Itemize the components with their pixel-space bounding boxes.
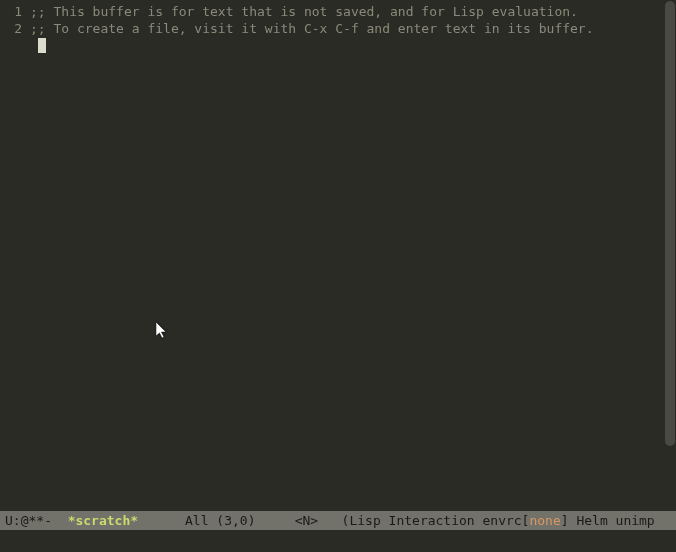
- modeline-vim-mode: <N>: [295, 513, 318, 528]
- line-number: 1: [0, 3, 30, 20]
- modeline-modes-suffix: ] Helm unimp: [561, 513, 655, 528]
- line-text: ;; This buffer is for text that is not s…: [30, 3, 578, 20]
- mode-line[interactable]: U:@**- *scratch* All (3,0) <N> (Lisp Int…: [0, 511, 676, 530]
- cursor-line[interactable]: [0, 37, 664, 54]
- modeline-buffer-name[interactable]: *scratch*: [68, 513, 138, 528]
- modeline-status: U:@**-: [5, 513, 68, 528]
- spacing: [256, 513, 295, 528]
- spacing: [318, 513, 341, 528]
- buffer-line[interactable]: 2 ;; To create a file, visit it with C-x…: [0, 20, 664, 37]
- modeline-modes-prefix: (Lisp Interaction envrc[: [342, 513, 530, 528]
- line-number: 2: [0, 20, 30, 37]
- scrollbar[interactable]: [665, 1, 675, 446]
- editor-buffer[interactable]: 1 ;; This buffer is for text that is not…: [0, 0, 664, 530]
- line-text: ;; To create a file, visit it with C-x C…: [30, 20, 594, 37]
- modeline-position: All (3,0): [185, 513, 255, 528]
- modeline-envrc-value: none: [529, 513, 560, 528]
- buffer-line[interactable]: 1 ;; This buffer is for text that is not…: [0, 3, 664, 20]
- minibuffer[interactable]: [0, 530, 676, 552]
- text-cursor: [38, 38, 46, 53]
- spacing: [138, 513, 185, 528]
